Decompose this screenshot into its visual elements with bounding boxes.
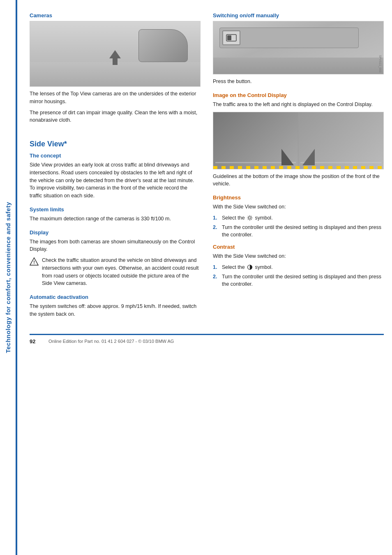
spacer3	[30, 226, 201, 229]
contrast-heading: Contrast	[213, 244, 384, 250]
cameras-text1: The lenses of the Top View cameras are o…	[30, 90, 201, 106]
display-heading: Display	[30, 229, 201, 236]
display-text: The images from both cameras are shown s…	[30, 238, 201, 254]
warning-text: Check the traffic situation around the v…	[42, 257, 201, 287]
brightness-intro: With the Side View switched on:	[213, 203, 384, 211]
brightness-list: 1. Select the sym	[213, 214, 384, 239]
warning-box: ! Check the traffic situation around the…	[30, 257, 201, 287]
system-limits-text: The maximum detection range of the camer…	[30, 215, 201, 223]
auto-deact-heading: Automatic deactivation	[30, 294, 201, 300]
spacer6	[213, 191, 384, 194]
contrast-step1: 1. Select the symbol.	[213, 264, 384, 271]
guidelines-text: Guidelines at the bottom of the image sh…	[213, 173, 384, 188]
svg-line-10	[248, 216, 248, 217]
footer-text: Online Edition for Part no. 01 41 2 604 …	[48, 339, 174, 344]
cameras-text2: The presence of dirt can impair image qu…	[30, 109, 201, 125]
image-code: SPVS11_003	[379, 55, 382, 72]
two-col-layout: Cameras The lenses of the Top View camer…	[30, 12, 384, 321]
sv-left-panel	[213, 112, 298, 169]
svg-point-5	[249, 217, 251, 219]
cameras-illustration	[30, 21, 200, 87]
button-highlight	[222, 30, 240, 45]
interior-bottom	[213, 58, 383, 74]
spacer1	[30, 127, 201, 133]
side-view-display-image	[213, 112, 384, 169]
warning-icon: !	[30, 257, 39, 266]
button-icon	[226, 34, 237, 42]
svg-text:!: !	[33, 260, 35, 265]
cam-arrow	[109, 50, 121, 66]
sv-car-left	[281, 149, 294, 165]
concept-heading: The concept	[30, 153, 201, 159]
brightness-heading: Brightness	[213, 194, 384, 201]
sidebar-label: Technology for comfort, convenience and …	[5, 202, 12, 353]
sidebar-bar	[16, 0, 17, 555]
spacer7	[213, 240, 384, 244]
switching-heading: Switching on/off manually	[213, 12, 384, 18]
contrast-step2-text: Turn the controller until the desired se…	[222, 273, 384, 289]
brightness-step1: 1. Select the sym	[213, 214, 384, 222]
right-column: Switching on/off manually	[213, 12, 384, 321]
image-display-text: The traffic area to the left and right i…	[213, 101, 384, 109]
left-column: Cameras The lenses of the Top View camer…	[30, 12, 201, 321]
sv-guidelines	[213, 166, 383, 169]
sun-symbol	[247, 215, 253, 221]
brightness-step1-text: Select the symbol.	[222, 214, 273, 222]
interior-illustration: SPVS11_003	[213, 21, 383, 74]
contrast-step1-text: Select the symbol.	[222, 264, 273, 271]
main-content: Cameras The lenses of the Top View camer…	[21, 0, 392, 353]
system-limits-heading: System limits	[30, 206, 201, 213]
side-view-title: Side View*	[30, 140, 201, 148]
cam-mirror	[138, 29, 188, 62]
auto-deact-text: The system switches off: above approx. 9…	[30, 303, 201, 318]
cameras-heading: Cameras	[30, 12, 201, 18]
contrast-num2: 2.	[213, 273, 219, 289]
spacer4	[30, 291, 201, 294]
sv-right-panel	[298, 112, 383, 169]
brightness-step2: 2. Turn the controller until the desired…	[213, 224, 384, 239]
svg-line-13	[248, 220, 248, 220]
brightness-num1: 1.	[213, 214, 219, 222]
footer: 92 Online Edition for Part no. 01 41 2 6…	[30, 334, 384, 345]
contrast-step2: 2. Turn the controller until the desired…	[213, 273, 384, 289]
concept-text: Side View provides an early look at cros…	[30, 161, 201, 200]
switching-text: Press the button.	[213, 78, 384, 86]
cameras-image	[30, 21, 201, 87]
spacer5	[213, 89, 384, 92]
sv-car-right	[302, 149, 315, 165]
spacer2	[30, 203, 201, 206]
svg-marker-0	[109, 50, 121, 65]
contrast-intro: With the Side View switched on:	[213, 252, 384, 260]
svg-line-12	[251, 216, 251, 217]
contrast-symbol	[247, 264, 253, 270]
contrast-list: 1. Select the symbol. 2. Turn the contro…	[213, 264, 384, 288]
brightness-num2: 2.	[213, 224, 219, 239]
button-image: SPVS11_003	[213, 21, 384, 74]
side-view-illustration	[213, 112, 383, 169]
contrast-num1: 1.	[213, 264, 219, 271]
image-display-heading: Image on the Control Display	[213, 92, 384, 98]
svg-line-11	[251, 220, 251, 220]
brightness-step2-text: Turn the controller until the desired se…	[222, 224, 384, 239]
page-number: 92	[30, 338, 42, 345]
sidebar: Technology for comfort, convenience and …	[0, 0, 16, 555]
svg-rect-4	[227, 35, 231, 40]
